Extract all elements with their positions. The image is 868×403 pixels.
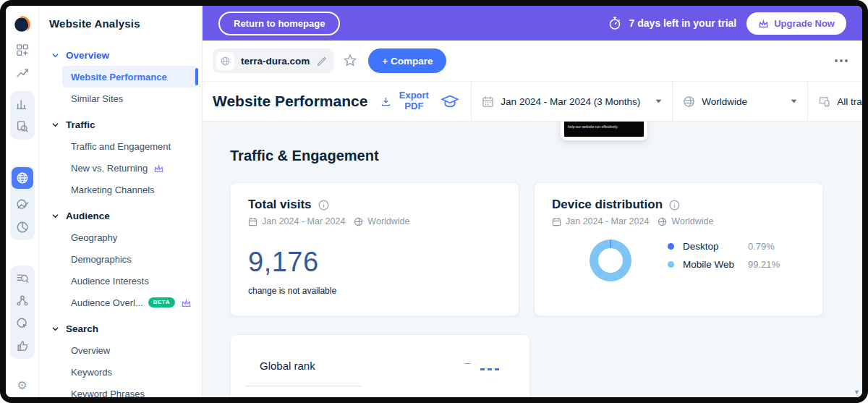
chevron-down-icon xyxy=(52,53,59,58)
stopwatch-icon xyxy=(608,16,622,30)
device-donut-chart xyxy=(590,239,631,281)
sidebar-item-geography[interactable]: Geography xyxy=(39,226,202,248)
sidebar-section-traffic[interactable]: Traffic xyxy=(39,114,202,135)
sidebar-section-audience[interactable]: Audience xyxy=(39,205,202,226)
company-research-icon[interactable] xyxy=(16,120,29,133)
beta-badge: BETA xyxy=(148,297,175,307)
trial-countdown: 7 days left in your trial xyxy=(608,16,737,30)
rank-trend-sparkline xyxy=(480,368,499,370)
sidebar-item-audience-overlap[interactable]: Audience Overl... BETA xyxy=(39,292,202,313)
benchmarking-icon[interactable] xyxy=(16,198,29,211)
keyword-research-icon[interactable] xyxy=(16,272,29,285)
site-favicon xyxy=(216,52,234,70)
total-visits-card: Total visits Jan 2024 - Mar 2024 Worldwi… xyxy=(230,182,519,316)
sidebar-item-keywords[interactable]: Keywords xyxy=(39,361,202,383)
rail-group-digital xyxy=(10,266,35,359)
legend-row-mobile-web: Mobile Web 99.21% xyxy=(668,259,780,270)
sidebar-section-overview[interactable]: Overview xyxy=(39,44,202,66)
sidebar-item-traffic-and-engagement[interactable]: Traffic and Engagement xyxy=(39,135,202,157)
conversion-analysis-icon[interactable] xyxy=(16,317,29,330)
dashboards-icon[interactable] xyxy=(16,43,29,56)
sidebar-item-search-overview[interactable]: Overview xyxy=(39,339,202,361)
settings-gear-icon[interactable]: ⚙ xyxy=(17,380,27,391)
crown-icon xyxy=(153,164,164,173)
report-content: help our website run effectively. Accept… xyxy=(203,122,862,397)
caret-down-icon xyxy=(791,99,797,103)
calendar-icon xyxy=(248,217,258,226)
return-to-homepage-button[interactable]: Return to homepage xyxy=(218,12,340,35)
chevron-down-icon xyxy=(52,326,59,331)
export-pdf-button[interactable]: Export PDF xyxy=(380,90,432,112)
country-filter[interactable]: Worldwide xyxy=(673,96,807,108)
change-note: change is not available xyxy=(248,286,501,296)
trial-banner: Return to homepage 7 days left in your t… xyxy=(203,6,862,41)
caret-down-icon xyxy=(655,99,662,103)
globe-icon xyxy=(354,217,363,226)
card-date-range: Jan 2024 - Mar 2024 xyxy=(566,216,649,226)
globe-favicon-icon xyxy=(220,56,231,67)
globe-icon xyxy=(658,217,667,226)
domain-name: terra-dura.com xyxy=(241,56,310,67)
calendar-icon xyxy=(552,217,561,226)
crown-icon xyxy=(181,298,192,307)
sidebar-item-demographics[interactable]: Demographics xyxy=(39,248,202,270)
global-rank-value: – xyxy=(464,357,470,368)
card-title: Device distribution xyxy=(552,198,663,212)
date-range-filter[interactable]: Jan 2024 - Mar 2024 (3 Months) xyxy=(472,96,672,108)
device-legend: Desktop 0.79% Mobile Web 99.21% xyxy=(668,241,780,270)
card-scope: Worldwide xyxy=(367,216,409,226)
sidebar-item-new-vs-returning[interactable]: New vs. Returning xyxy=(39,157,202,179)
download-icon xyxy=(380,96,391,107)
rail-group-research xyxy=(10,91,35,140)
sidebar-item-website-performance[interactable]: Website Performance xyxy=(62,66,197,88)
affinity-analysis-icon[interactable] xyxy=(16,294,29,307)
legend-dot-desktop xyxy=(668,243,674,250)
info-icon[interactable] xyxy=(669,200,680,211)
legend-dot-mobile-web xyxy=(668,261,674,268)
favorite-star-icon[interactable] xyxy=(342,53,358,69)
sidebar-item-audience-interests[interactable]: Audience Interests xyxy=(39,270,202,292)
scrollbar-down-arrow[interactable]: ▼ xyxy=(854,389,860,396)
sidebar-item-marketing-channels[interactable]: Marketing Channels xyxy=(39,179,202,200)
sidebar-item-similar-sites[interactable]: Similar Sites xyxy=(39,88,202,109)
info-icon[interactable] xyxy=(318,200,329,211)
chevron-down-icon xyxy=(52,213,59,219)
traffic-type-filter[interactable]: All traffic xyxy=(808,96,862,108)
market-research-icon[interactable] xyxy=(16,98,29,111)
rail-group-web xyxy=(10,166,35,240)
domain-input[interactable]: terra-dura.com xyxy=(213,48,333,73)
report-header: Website Performance Export PDF Jan 2024 … xyxy=(203,81,862,122)
main-area: Return to homepage 7 days left in your t… xyxy=(203,6,862,397)
globe-icon xyxy=(683,96,695,108)
total-visits-value: 9,176 xyxy=(248,247,501,278)
more-menu-icon[interactable] xyxy=(830,55,852,67)
section-heading: Traffic & Engagement xyxy=(230,148,379,164)
sidebar-item-keyword-phrases[interactable]: Keyword Phrases xyxy=(39,383,202,397)
page-title: Website Performance xyxy=(203,93,378,110)
devices-icon xyxy=(818,96,830,108)
domain-toolbar: terra-dura.com + Compare xyxy=(203,41,862,81)
consumer-journey-icon[interactable] xyxy=(16,339,29,352)
website-analysis-icon[interactable] xyxy=(12,167,33,189)
screenshot-frame: ⚙ Website Analysis Overview Website Perf… xyxy=(0,0,868,403)
calendar-icon xyxy=(482,96,494,108)
divider xyxy=(245,386,361,386)
device-distribution-card: Device distribution Jan 2024 - Mar 2024 … xyxy=(534,182,823,316)
icon-rail: ⚙ xyxy=(6,6,39,397)
global-rank-label: Global rank xyxy=(245,360,315,372)
trends-icon[interactable] xyxy=(16,67,29,80)
learning-cap-icon[interactable] xyxy=(441,93,459,109)
compare-button[interactable]: + Compare xyxy=(368,48,446,73)
similarweb-logo-icon[interactable] xyxy=(13,14,32,33)
app-window: ⚙ Website Analysis Overview Website Perf… xyxy=(6,6,862,397)
global-rank-row: Global rank – xyxy=(245,355,512,376)
sidebar-nav: Overview Website Performance Similar Sit… xyxy=(39,44,202,397)
sidebar-section-search[interactable]: Search xyxy=(39,318,202,339)
edit-pencil-icon[interactable] xyxy=(316,56,326,66)
sidebar-title: Website Analysis xyxy=(49,17,202,30)
legend-row-desktop: Desktop 0.79% xyxy=(668,241,780,252)
sidebar: Website Analysis Overview Website Perfor… xyxy=(39,6,203,397)
card-title: Total visits xyxy=(248,198,312,212)
upgrade-now-button[interactable]: Upgrade Now xyxy=(746,12,846,35)
market-share-icon[interactable] xyxy=(16,221,29,234)
